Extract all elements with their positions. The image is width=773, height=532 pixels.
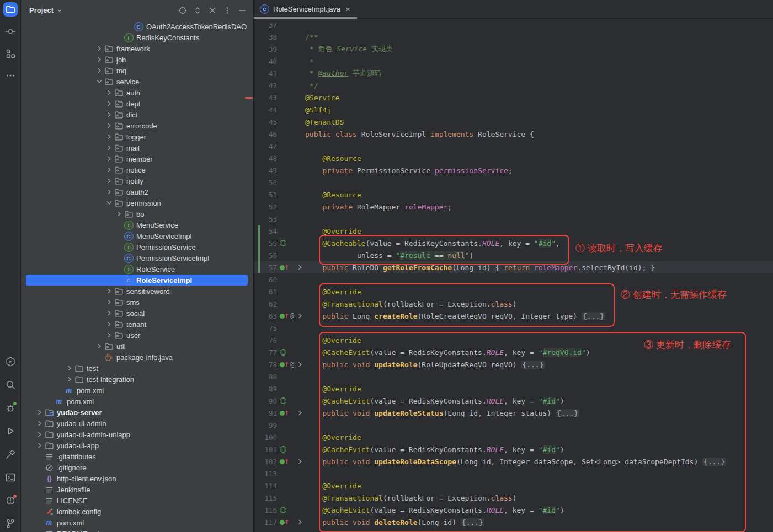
code-line-52[interactable]: 52 private RoleMapper roleMapper; [253, 201, 773, 213]
chevron-right-icon[interactable] [65, 364, 74, 372]
gutter-icons[interactable]: ↑@ [277, 312, 295, 320]
tree-item-social[interactable]: social [20, 308, 253, 319]
code-line-101[interactable]: 101 @CacheEvict(value = RedisKeyConstant… [253, 443, 773, 455]
code-line-55[interactable]: 55 @Cacheable(value = RedisKeyConstants.… [253, 237, 773, 249]
chevron-right-icon[interactable] [35, 431, 44, 438]
expand-all-icon[interactable] [193, 6, 202, 15]
tree-item-oauth2accesstokenredisdao[interactable]: COAuth2AccessTokenRedisDAO [20, 21, 253, 32]
run-tool-icon[interactable] [3, 424, 18, 438]
more-tools-icon[interactable] [3, 68, 18, 83]
tree-item-sensitiveword[interactable]: sensitiveword [20, 286, 253, 297]
gutter-icons[interactable] [277, 445, 295, 453]
tree-item-test[interactable]: test [20, 363, 253, 374]
services-tool-icon[interactable] [3, 354, 18, 369]
build-tool-icon[interactable] [3, 447, 18, 461]
structure-tool-icon[interactable] [3, 46, 18, 61]
tree-item-pom-xml[interactable]: mpom.xml [20, 396, 253, 407]
tree-item-rediskeyconstants[interactable]: IRedisKeyConstants [20, 32, 253, 43]
chevron-right-icon[interactable] [105, 331, 114, 339]
tree-item-pom-xml[interactable]: mpom.xml [20, 517, 253, 528]
chevron-right-icon[interactable] [65, 375, 74, 383]
tree-item-pom-xml[interactable]: mpom.xml [20, 385, 253, 396]
chevron-right-icon[interactable] [105, 177, 114, 185]
panel-options-icon[interactable] [223, 6, 232, 15]
code-line-56[interactable]: 56 unless = "#result == null") [253, 249, 773, 261]
chevron-right-icon[interactable] [105, 287, 114, 295]
code-line-78[interactable]: 78↑@ public void updateRole(RoleUpdateRe… [253, 358, 773, 370]
code-line-42[interactable]: 42 */ [253, 79, 773, 92]
tree-item-permissionserviceimpl[interactable]: CPermissionServiceImpl [20, 252, 253, 264]
tab-roleserviceimpl[interactable]: C RoleServiceImpl.java × [253, 0, 357, 18]
chevron-right-icon[interactable] [105, 111, 114, 119]
chevron-right-icon[interactable] [105, 188, 114, 196]
gutter-icons[interactable] [277, 239, 295, 247]
tree-item-bo[interactable]: bo [20, 208, 253, 219]
tree-item-dict[interactable]: dict [20, 109, 253, 120]
tree-item-util[interactable]: util [20, 341, 253, 352]
project-tool-icon[interactable] [3, 2, 18, 17]
code-line-40[interactable]: 40 * [253, 55, 773, 67]
chevron-right-icon[interactable] [105, 320, 114, 328]
tree-item-framework[interactable]: framework [20, 43, 253, 54]
code-line-51[interactable]: 51 @Resource [253, 189, 773, 201]
code-line-50[interactable]: 50 [253, 176, 773, 189]
debug-tool-icon[interactable] [3, 401, 18, 415]
tree-item-service[interactable]: service [20, 76, 253, 87]
chevron-right-icon[interactable] [105, 298, 114, 306]
gutter-icons[interactable] [277, 397, 295, 405]
code-line-91[interactable]: 91↑ public void updateRoleStatus(Long id… [253, 407, 773, 419]
gutter-icons[interactable]: ↑@ [277, 361, 295, 368]
gutter-icons[interactable]: ↑ [277, 458, 295, 465]
tree-item-user[interactable]: user [20, 330, 253, 341]
chevron-right-icon[interactable] [105, 133, 114, 141]
locate-file-icon[interactable] [178, 6, 187, 15]
tree-item-mail[interactable]: mail [20, 142, 253, 153]
tree-item-license[interactable]: LICENSE [20, 495, 253, 506]
tree-item-sms[interactable]: sms [20, 297, 253, 308]
chevron-down-icon[interactable] [56, 7, 63, 14]
tree-item-yudao-ui-app[interactable]: yudao-ui-app [20, 440, 253, 451]
version-control-icon[interactable] [3, 517, 18, 531]
code-line-114[interactable]: 114 @Override [253, 480, 773, 492]
code-line-63[interactable]: 63↑@ public Long createRole(RoleCreateRe… [253, 310, 773, 322]
chevron-right-icon[interactable] [105, 309, 114, 317]
code-line-60[interactable]: 60 [253, 273, 773, 286]
tree-item-member[interactable]: member [20, 153, 253, 164]
code-line-57[interactable]: 57↑ public RoleDO getRoleFromCache(Long … [253, 261, 773, 273]
chevron-right-icon[interactable] [115, 210, 124, 218]
tree-item-notify[interactable]: notify [20, 175, 253, 186]
code-line-100[interactable]: 100 @Override [253, 431, 773, 443]
tree-item-yudao-ui-admin-uniapp[interactable]: yudao-ui-admin-uniapp [20, 429, 253, 440]
tree-item-tenant[interactable]: tenant [20, 319, 253, 330]
code-line-113[interactable]: 113 [253, 467, 773, 480]
chevron-right-icon[interactable] [35, 409, 44, 416]
tree-item-notice[interactable]: notice [20, 164, 253, 175]
tree-item--gitattributes[interactable]: .gitattributes [20, 451, 253, 462]
tree-item-test-integration[interactable]: test-integration [20, 374, 253, 385]
code-line-117[interactable]: 117↑ public void deleteRole(Long id) {..… [253, 516, 773, 528]
code-line-47[interactable]: 47 [253, 140, 773, 152]
chevron-right-icon[interactable] [35, 442, 44, 449]
code-line-116[interactable]: 116 @CacheEvict(value = RedisKeyConstant… [253, 504, 773, 516]
problems-tool-icon[interactable] [3, 493, 18, 508]
tree-item-permission[interactable]: permission [20, 197, 253, 208]
chevron-right-icon[interactable] [35, 420, 44, 427]
tree-item-jenkinsfile[interactable]: Jenkinsfile [20, 484, 253, 495]
tree-item-menuservice[interactable]: IMenuService [20, 219, 253, 230]
chevron-right-icon[interactable] [105, 155, 114, 163]
chevron-down-icon[interactable] [95, 78, 104, 85]
search-icon[interactable] [3, 378, 18, 392]
tree-item-logger[interactable]: logger [20, 131, 253, 142]
code-line-37[interactable]: 37 [253, 19, 773, 31]
code-line-102[interactable]: 102↑ public void updateRoleDataScope(Lon… [253, 455, 773, 467]
code-line-115[interactable]: 115 @Transactional(rollbackFor = Excepti… [253, 492, 773, 504]
chevron-right-icon[interactable] [105, 122, 114, 130]
code-line-53[interactable]: 53 [253, 213, 773, 225]
chevron-right-icon[interactable] [95, 342, 104, 350]
code-line-48[interactable]: 48 @Resource [253, 152, 773, 164]
gutter-icons[interactable]: ↑ [277, 264, 295, 271]
tree-item-yudao-ui-admin[interactable]: yudao-ui-admin [20, 418, 253, 429]
code-line-54[interactable]: 54 @Override [253, 225, 773, 237]
chevron-down-icon[interactable] [105, 199, 114, 207]
code-line-38[interactable]: 38/** [253, 31, 773, 43]
